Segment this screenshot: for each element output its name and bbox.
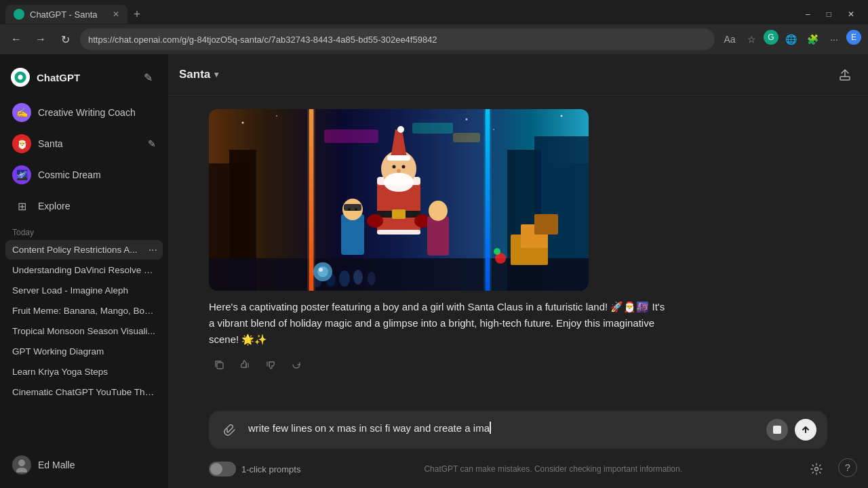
tab-label: ChatGPT - Santa [30,9,97,20]
svg-point-43 [429,201,448,221]
section-today: Today [5,222,163,240]
chat-item-menu-0[interactable]: ··· [149,244,157,256]
stop-btn[interactable] [766,419,788,441]
chat-item-0[interactable]: Content Policy Restrictions A... ··· [5,240,163,260]
disclaimer-text: ChatGPT can make mistakes. Consider chec… [309,464,797,474]
svg-rect-24 [377,230,420,235]
chat-item-4[interactable]: Tropical Monsoon Season Visuali... [5,321,163,341]
title-text: Santa [179,68,210,81]
thumbs-down-btn[interactable] [260,354,281,375]
assistant-message-text: Here's a captivating poster featuring a … [209,299,670,348]
chat-item-7[interactable]: Cinematic ChatGPT YouTube Thu... [5,382,163,402]
svg-rect-11 [307,109,315,291]
input-box: write few lines on x mas in sci fi way a… [209,411,827,449]
main-header: Santa ▾ [168,54,868,96]
svg-point-56 [561,115,563,117]
close-btn[interactable]: ✕ [840,2,863,26]
chat-item-text-6: Learn Kriya Yoga Steps [12,367,156,377]
chat-item-text-0: Content Policy Restrictions A... [12,245,156,255]
edge-profile[interactable]: E [846,30,861,45]
sidebar-item-explore[interactable]: ⊞ Explore [5,191,163,221]
send-btn[interactable] [795,419,816,441]
copy-btn[interactable] [209,354,229,375]
bottom-bar: 1-click prompts ChatGPT can make mistake… [168,454,868,488]
refresh-btn[interactable]: ↻ [56,30,75,49]
tab-close-btn[interactable]: ✕ [113,9,119,19]
svg-rect-57 [217,363,223,369]
chat-item-5[interactable]: GPT Working Diagram [5,342,163,361]
svg-point-52 [242,122,244,124]
svg-point-31 [397,126,404,133]
profile-btn[interactable]: G [764,30,778,45]
user-name: Ed Malle [38,460,75,470]
forward-btn[interactable]: → [31,30,50,49]
svg-point-40 [348,208,351,211]
prompts-toggle[interactable] [209,462,236,476]
toggle-container: 1-click prompts [209,462,300,476]
message-actions [209,354,670,375]
extensions-btn[interactable]: 🧩 [803,30,822,49]
chatgpt-logo [11,68,30,87]
image-container [209,109,670,291]
user-profile[interactable]: Ed Malle [5,450,163,480]
window-controls: – □ ✕ [797,2,863,26]
sidebar-header: ChatGPT ✎ [5,62,163,92]
regenerate-btn[interactable] [286,354,307,375]
title-dropdown-icon[interactable]: ▾ [214,70,218,79]
minimize-btn[interactable]: – [797,2,818,26]
generated-image [209,109,589,291]
svg-rect-30 [387,155,410,161]
svg-point-17 [339,270,350,287]
svg-point-34 [397,169,401,173]
share-btn[interactable] [833,62,857,87]
back-btn[interactable]: ← [7,30,26,49]
thumbs-up-btn[interactable] [235,354,255,375]
help-btn[interactable]: ? [838,458,857,477]
sidebar-item-cosmic[interactable]: 🌌 Cosmic Dream [5,160,163,190]
sidebar-item-santa[interactable]: 🎅 Santa ✎ [5,129,163,159]
active-tab[interactable]: ChatGPT - Santa ✕ [5,5,127,24]
svg-rect-42 [427,216,449,256]
svg-rect-16 [534,214,558,235]
cursor [490,422,491,434]
svg-point-46 [319,268,323,272]
maximize-btn[interactable]: □ [818,2,840,26]
reader-btn[interactable]: Aa [720,30,739,49]
bookmark-btn[interactable]: ☆ [742,30,761,49]
explore-label: Explore [38,201,70,211]
more-btn[interactable]: ··· [825,30,844,49]
santa-actions: ✎ [148,138,156,149]
chat-item-6[interactable]: Learn Kriya Yoga Steps [5,362,163,382]
chat-item-text-5: GPT Working Diagram [12,346,156,357]
new-tab-btn[interactable]: + [127,5,146,24]
santa-avatar: 🎅 [12,134,31,153]
address-bar[interactable]: https://chat.openai.com/g/g-84tjozO5q-sa… [80,28,715,50]
chat-item-text-1: Understanding DaVinci Resolve B... [12,265,156,275]
svg-rect-39 [344,204,361,211]
santa-edit-btn[interactable]: ✎ [148,138,156,149]
input-value: write few lines on x mas in sci fi way a… [248,422,490,434]
url-text: https://chat.openai.com/g/g-84tjozO5q-sa… [88,35,437,45]
svg-point-53 [276,115,277,117]
assistant-image-message: Here's a captivating poster featuring a … [209,109,670,375]
settings-btn[interactable] [806,458,827,480]
cosmic-avatar: 🌌 [12,165,31,184]
sidebar: ChatGPT ✎ ✍ Creative Writing Coach 🎅 San… [0,54,168,488]
attach-btn[interactable] [220,419,241,441]
chat-item-2[interactable]: Server Load - Imagine Aleph [5,281,163,300]
svg-point-0 [18,460,25,466]
sidebar-item-creative-writing[interactable]: ✍ Creative Writing Coach [5,98,163,127]
chat-item-1[interactable]: Understanding DaVinci Resolve B... [5,260,163,280]
nav-bar: ← → ↻ https://chat.openai.com/g/g-84tjoz… [0,24,868,54]
svg-point-58 [815,468,818,471]
svg-point-35 [367,214,383,228]
message-input[interactable]: write few lines on x mas in sci fi way a… [248,422,760,438]
user-avatar [12,455,31,474]
svg-rect-51 [453,133,480,142]
browser-chrome: ChatGPT - Santa ✕ + – □ ✕ ← → ↻ https://… [0,0,868,54]
new-chat-btn[interactable]: ✎ [138,68,157,87]
chat-item-3[interactable]: Fruit Meme: Banana, Mango, Boa... [5,301,163,321]
chat-item-text-4: Tropical Monsoon Season Visuali... [12,326,156,336]
translate-btn[interactable]: 🌐 [781,30,800,49]
explore-icon: ⊞ [12,197,31,216]
